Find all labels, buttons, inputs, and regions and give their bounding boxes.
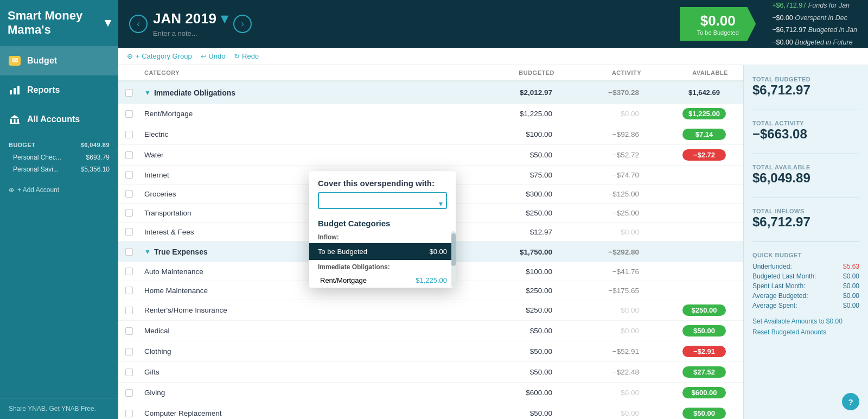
qb-spent-last[interactable]: Spent Last Month: $0.00 [752, 281, 859, 291]
group-activity-true: −$292.80 [559, 248, 646, 256]
available-medical: $50.00 [682, 325, 726, 337]
total-activity-value: −$663.08 [752, 126, 859, 142]
row-checkbox[interactable] [125, 190, 133, 198]
title-dropdown-arrow[interactable]: ▾ [105, 16, 111, 30]
budgeted-transportation[interactable]: $250.00 [472, 209, 559, 217]
row-checkbox[interactable] [125, 268, 133, 275]
tbb-item-name: To be Budgeted [318, 247, 367, 256]
row-gifts[interactable]: Gifts $50.00 −$22.48 $27.52 [118, 362, 743, 383]
sidebar-item-budget[interactable]: ✉ Budget [0, 46, 118, 75]
row-medical[interactable]: Medical $50.00 $0.00 $50.00 [118, 321, 743, 341]
row-checkbox[interactable] [125, 287, 133, 294]
accounts-section: BUDGET $6,049.89 Personal Chec... $693.7… [0, 134, 118, 180]
add-category-group-button[interactable]: ⊕ + Category Group [127, 52, 192, 60]
collapse-icon[interactable]: ▼ [144, 89, 151, 97]
available-computer: $50.00 [682, 408, 726, 419]
qb-avg-budgeted[interactable]: Average Budgeted: $0.00 [752, 291, 859, 301]
popup-to-be-budgeted[interactable]: To be Budgeted $0.00 [309, 243, 456, 260]
envelope-icon: ✉ [9, 56, 21, 66]
qb-avg-spent[interactable]: Average Spent: $0.00 [752, 301, 859, 310]
help-button[interactable]: ? [842, 393, 859, 410]
activity-auto: −$41.76 [559, 268, 646, 276]
collapse-icon[interactable]: ▼ [144, 248, 151, 256]
row-rent[interactable]: Rent/Mortgage $1,225.00 $0.00 $1,225.00 [118, 104, 743, 124]
popup-rent-item[interactable]: Rent/Mortgage $1,225.00 [309, 273, 456, 288]
popup-immediate-label: Immediate Obligations: [309, 261, 456, 273]
to-be-budgeted-badge[interactable]: $0.00 To be Budgeted [680, 7, 756, 41]
accounts-header: BUDGET $6,049.89 [0, 138, 118, 151]
row-checkbox[interactable] [125, 327, 133, 335]
divider-4 [752, 242, 859, 242]
row-checkbox[interactable] [125, 348, 133, 355]
group-checkbox[interactable] [125, 248, 133, 256]
qb-underfunded[interactable]: Underfunded: $5.63 [752, 262, 859, 271]
qb-spent-last-value: $0.00 [843, 282, 859, 290]
tbb-amount: $0.00 [700, 12, 736, 29]
qb-underfunded-label: Underfunded: [752, 263, 792, 270]
popup-scroll-thumb[interactable] [451, 233, 456, 266]
reset-budgeted-amounts-link[interactable]: Reset Budgeted Amounts [752, 327, 859, 338]
sidebar-item-all-accounts[interactable]: All Accounts [0, 105, 118, 134]
row-checkbox[interactable] [125, 410, 133, 417]
category-name-medical: Medical [140, 327, 472, 335]
row-checkbox[interactable] [125, 151, 133, 159]
cover-overspending-popup[interactable]: Cover this overspending with: ▾ Budget C… [309, 171, 456, 288]
sidebar-header[interactable]: Smart Money Mama's ▾ [0, 0, 118, 46]
qb-underfunded-value: $5.63 [843, 263, 859, 270]
row-checkbox[interactable] [125, 228, 133, 236]
redo-button[interactable]: ↻ Redo [234, 52, 259, 60]
next-month-button[interactable]: › [233, 15, 252, 33]
undo-button[interactable]: ↩ Undo [201, 52, 226, 60]
budgeted-home[interactable]: $250.00 [472, 287, 559, 295]
row-checkbox[interactable] [125, 171, 133, 179]
row-checkbox[interactable] [125, 110, 133, 118]
available-electric: $7.14 [682, 129, 726, 140]
row-checkbox[interactable] [125, 209, 133, 217]
group-immediate-obligations[interactable]: ▼ Immediate Obligations $2,012.97 −$370.… [118, 81, 743, 104]
group-checkbox[interactable] [118, 89, 140, 97]
budgeted-medical[interactable]: $50.00 [472, 327, 559, 335]
row-computer[interactable]: Computer Replacement $50.00 $0.00 $50.00 [118, 403, 743, 419]
row-giving[interactable]: Giving $600.00 $0.00 $600.00 [118, 383, 743, 403]
month-dropdown-arrow[interactable]: ▾ [221, 10, 228, 27]
budgeted-internet[interactable]: $75.00 [472, 171, 559, 179]
row-checkbox[interactable] [125, 389, 133, 397]
budgeted-insurance[interactable]: $250.00 [472, 306, 559, 314]
row-insurance[interactable]: Renter's/Home Insurance $250.00 $0.00 $2… [118, 300, 743, 321]
set-available-amounts-link[interactable]: Set Available Amounts to $0.00 [752, 316, 859, 327]
budgeted-groceries[interactable]: $300.00 [472, 190, 559, 198]
group-name-immediate: ▼ Immediate Obligations [140, 88, 472, 97]
total-activity-block: TOTAL ACTIVITY −$663.08 [752, 120, 859, 142]
row-clothing[interactable]: Clothing $50.00 −$52.91 −$2.91 [118, 341, 743, 362]
row-checkbox[interactable] [125, 307, 133, 314]
total-budgeted-block: TOTAL BUDGETED $6,712.97 [752, 76, 859, 98]
stat-budgeted-jan: −$6,712.97 Budgeted in Jan [772, 24, 857, 36]
budgeted-auto[interactable]: $100.00 [472, 268, 559, 276]
budgeted-giving[interactable]: $600.00 [472, 389, 559, 397]
budgeted-electric[interactable]: $100.00 [472, 130, 559, 138]
quick-budget-links: Set Available Amounts to $0.00 Reset Bud… [752, 316, 859, 338]
prev-month-button[interactable]: ‹ [129, 15, 148, 33]
main-area: ‹ JAN 2019 ▾ Enter a note... › $0.00 To … [118, 0, 868, 419]
right-panel: TOTAL BUDGETED $6,712.97 TOTAL ACTIVITY … [743, 65, 868, 419]
account-item-checking[interactable]: Personal Chec... $693.79 [0, 151, 118, 163]
budgeted-interest[interactable]: $12.97 [472, 228, 559, 236]
qb-budgeted-last[interactable]: Budgeted Last Month: $0.00 [752, 271, 859, 281]
budgeted-clothing[interactable]: $50.00 [472, 347, 559, 355]
account-item-savings[interactable]: Personal Savi... $5,356.10 [0, 163, 118, 175]
row-checkbox[interactable] [125, 369, 133, 376]
note-placeholder[interactable]: Enter a note... [153, 29, 228, 37]
popup-search-input[interactable] [318, 192, 447, 209]
add-account-button[interactable]: ⊕ + Add Account [0, 182, 118, 198]
budgeted-gifts[interactable]: $50.00 [472, 368, 559, 376]
row-water[interactable]: Water $50.00 −$52.72 −$2.72 [118, 145, 743, 166]
activity-groceries: −$125.00 [559, 190, 646, 198]
budgeted-rent[interactable]: $1,225.00 [472, 110, 559, 118]
sidebar-item-reports[interactable]: Reports [0, 75, 118, 105]
row-checkbox[interactable] [125, 131, 133, 138]
col-header-activity: ACTIVITY [559, 69, 646, 76]
budgeted-water[interactable]: $50.00 [472, 151, 559, 159]
budgeted-computer[interactable]: $50.00 [472, 409, 559, 417]
available-internet [682, 174, 726, 177]
row-electric[interactable]: Electric $100.00 −$92.86 $7.14 [118, 124, 743, 145]
